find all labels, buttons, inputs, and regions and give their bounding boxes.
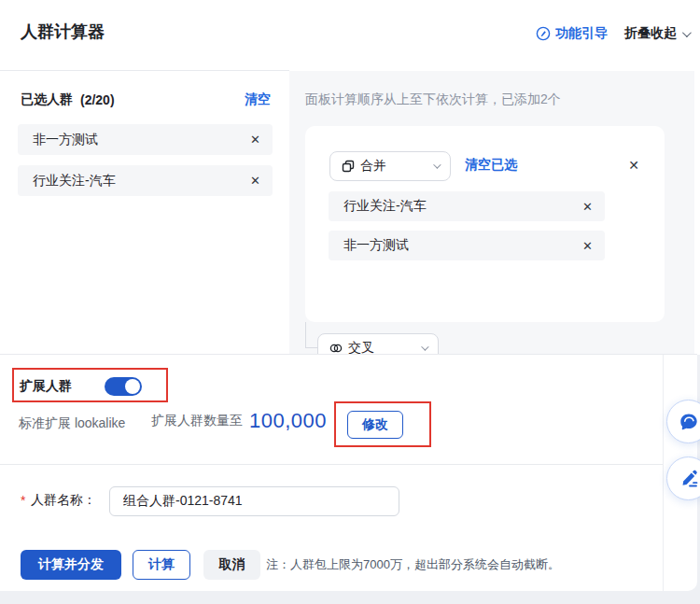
- selected-audience-count: (2/20): [80, 92, 115, 107]
- close-icon[interactable]: ✕: [582, 239, 593, 253]
- audience-item-label: 行业关注-汽车: [33, 173, 116, 190]
- collapse-button[interactable]: 折叠收起: [624, 25, 689, 42]
- expand-amount-desc: 扩展人群数量至: [151, 413, 243, 429]
- header-actions: 功能引导 折叠收起: [536, 25, 689, 42]
- clear-all-link[interactable]: 清空: [245, 91, 271, 108]
- audience-item-label: 非一方测试: [343, 237, 409, 254]
- toggle-knob: [125, 379, 140, 394]
- selected-audience-item: 非一方测试 ✕: [18, 124, 273, 155]
- guide-pen-circle-icon: [536, 26, 551, 41]
- chevron-down-icon: [433, 161, 441, 168]
- collapse-label: 折叠收起: [624, 25, 677, 42]
- intersect-operator-select[interactable]: 交叉: [317, 333, 439, 354]
- cancel-button[interactable]: 取消: [203, 550, 260, 580]
- connector-line: [305, 322, 306, 348]
- chat-bubble-icon: [678, 411, 700, 433]
- close-icon[interactable]: ✕: [250, 174, 260, 188]
- operator-group-card: 合并 清空已选 ✕ 行业关注-汽车 ✕ 非一方测试 ✕: [305, 126, 665, 322]
- pencil-icon: [678, 468, 700, 490]
- merge-operator-select[interactable]: 合并: [329, 151, 451, 181]
- selected-audience-item: 行业关注-汽车 ✕: [18, 165, 273, 196]
- calc-and-distribute-button[interactable]: 计算并分发: [21, 550, 121, 580]
- selected-audience-title: 已选人群: [21, 91, 73, 108]
- section-divider-1: [0, 354, 697, 355]
- audience-name-input[interactable]: [109, 486, 399, 516]
- expand-amount-row: 扩展人群数量至 100,000: [151, 408, 327, 434]
- expand-audience-label: 扩展人群: [20, 378, 72, 395]
- page-title: 人群计算器: [21, 21, 105, 43]
- expand-audience-toggle[interactable]: [105, 377, 142, 396]
- close-icon[interactable]: ✕: [628, 158, 639, 173]
- header-divider: [0, 70, 289, 71]
- right-edge-divider: [663, 355, 664, 591]
- expand-amount-value: 100,000: [249, 409, 327, 433]
- panel-note: 面板计算顺序从上至下依次计算，已添加2个: [305, 91, 561, 108]
- close-icon[interactable]: ✕: [582, 200, 593, 214]
- audience-item-label: 非一方测试: [33, 132, 98, 148]
- merge-icon: [342, 160, 355, 173]
- chevron-down-icon: [421, 343, 428, 350]
- group-audience-item: 非一方测试 ✕: [329, 231, 605, 260]
- calculation-panel: 面板计算顺序从上至下依次计算，已添加2个 合并 清空已选 ✕ 行业关注-汽车 ✕…: [289, 71, 694, 354]
- footer-note: 注：人群包上限为7000万，超出部分系统会自动截断。: [266, 556, 560, 573]
- lookalike-desc: 标准扩展 lookalike: [19, 415, 125, 432]
- calc-button[interactable]: 计算: [133, 550, 190, 580]
- selected-audience-header: 已选人群 (2/20) 清空: [21, 91, 271, 108]
- audience-name-label: 人群名称：: [31, 492, 96, 509]
- group-audience-item: 行业关注-汽车 ✕: [329, 191, 605, 221]
- required-asterisk: *: [21, 493, 25, 508]
- audience-item-label: 行业关注-汽车: [343, 198, 427, 215]
- operator-label: 合并: [360, 158, 386, 175]
- section-divider-2: [0, 464, 663, 465]
- close-icon[interactable]: ✕: [250, 133, 260, 147]
- feature-guide-button[interactable]: 功能引导: [536, 25, 608, 42]
- operator-label: 交叉: [348, 340, 374, 354]
- modify-button[interactable]: 修改: [347, 411, 403, 439]
- connector-line: [305, 347, 318, 348]
- clear-selected-link[interactable]: 清空已选: [465, 157, 517, 174]
- feature-guide-label: 功能引导: [555, 25, 608, 42]
- intersect-icon: [329, 342, 343, 354]
